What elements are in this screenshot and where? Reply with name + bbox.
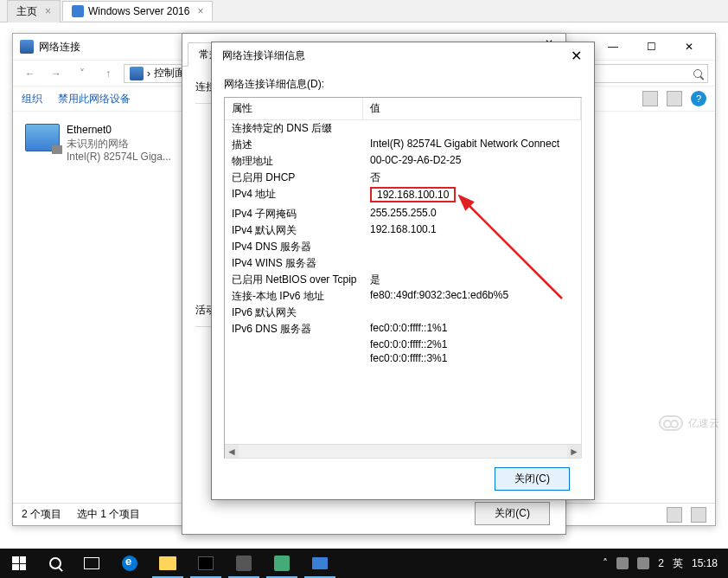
value-cell: 00-0C-29-A6-D2-25 [370, 154, 461, 166]
close-icon[interactable]: × [197, 5, 203, 17]
clock[interactable]: 15:18 [692, 557, 718, 569]
table-row[interactable]: IPv4 WINS 服务器 [225, 255, 581, 272]
details-list[interactable]: 属性 值 连接特定的 DNS 后缀描述Intel(R) 82574L Gigab… [224, 97, 582, 459]
tray-chevron-icon[interactable]: ˄ [603, 557, 608, 569]
nav-forward[interactable]: → [46, 63, 67, 84]
search-icon [49, 557, 61, 569]
value-cell: fe80::49df:9032:3ec1:ed6b%5 [370, 289, 508, 301]
help-icon[interactable]: ? [691, 91, 706, 106]
view-options-icon[interactable] [642, 91, 658, 106]
table-row[interactable]: IPv4 DNS 服务器 [225, 239, 581, 255]
task-view-button[interactable] [73, 549, 111, 578]
property-cell: IPv4 默认网关 [225, 223, 363, 238]
system-tray: ˄ 2 英 15:18 [603, 556, 728, 571]
disable-device-button[interactable]: 禁用此网络设备 [58, 92, 131, 106]
windows-icon [72, 5, 84, 17]
property-cell: 物理地址 [225, 154, 363, 169]
ime-indicator[interactable]: 2 [658, 557, 664, 569]
table-row[interactable]: IPv6 默认网关 [225, 305, 581, 321]
table-row[interactable]: 已启用 DHCP否 [225, 170, 581, 186]
app-tabs: 主页 × Windows Server 2016 × [0, 0, 728, 22]
scroll-right-icon[interactable]: ► [567, 445, 581, 459]
nav-back[interactable]: ← [20, 63, 41, 84]
status-selected: 选中 1 个项目 [77, 507, 140, 522]
value-cell: 否 [370, 171, 380, 183]
icons-view-icon[interactable] [691, 507, 706, 523]
table-row[interactable]: IPv4 地址192.168.100.10 [225, 186, 581, 206]
dialog-title: 网络连接详细信息 [222, 48, 305, 63]
value-cell: 255.255.255.0 [370, 207, 437, 219]
scroll-left-icon[interactable]: ◄ [225, 445, 239, 459]
watermark-text: 亿速云 [688, 416, 719, 431]
table-row[interactable]: 已启用 NetBIOS over Tcpip是 [225, 272, 581, 288]
value-cell: Intel(R) 82574L Gigabit Network Connect [370, 138, 559, 150]
table-row[interactable]: 物理地址00-0C-29-A6-D2-25 [225, 153, 581, 170]
taskbar-network[interactable] [301, 549, 339, 578]
property-cell: 连接-本地 IPv6 地址 [225, 289, 363, 304]
property-cell: 连接特定的 DNS 后缀 [225, 121, 363, 136]
table-row[interactable]: 描述Intel(R) 82574L Gigabit Network Connec… [225, 137, 581, 153]
preview-pane-icon[interactable] [667, 91, 682, 106]
nav-history[interactable]: ˅ [72, 63, 93, 84]
ime-language[interactable]: 英 [673, 556, 683, 571]
network-icon [20, 40, 34, 54]
network-tray-icon[interactable] [637, 557, 649, 569]
value-cell: 192.168.100.10 [370, 187, 456, 202]
close-button[interactable]: 关闭(C) [495, 467, 570, 491]
taskbar-server-manager[interactable] [225, 549, 263, 578]
property-cell: 已启用 DHCP [225, 170, 363, 185]
app-icon [274, 556, 290, 571]
watermark-icon [659, 415, 683, 431]
taskbar-explorer[interactable] [149, 549, 187, 578]
maximize-button[interactable]: ☐ [632, 35, 670, 59]
close-icon[interactable]: × [45, 5, 51, 17]
adapter-icon [25, 124, 60, 151]
organize-button[interactable]: 组织 [22, 92, 42, 106]
table-row[interactable]: IPv4 子网掩码255.255.255.0 [225, 206, 581, 222]
network-details-dialog: 网络连接详细信息 ✕ 网络连接详细信息(D): 属性 值 连接特定的 DNS 后… [211, 42, 595, 500]
start-button[interactable] [0, 549, 38, 578]
value-cell: 是 [370, 273, 380, 286]
tab-windows-server[interactable]: Windows Server 2016 × [62, 1, 213, 21]
dialog-titlebar: 网络连接详细信息 ✕ [212, 42, 594, 68]
search-icon [693, 69, 702, 78]
details-view-icon[interactable] [667, 507, 682, 523]
adapter-name: Ethernet0 [67, 124, 171, 138]
taskbar-edge[interactable] [111, 549, 149, 578]
close-button[interactable]: 关闭(C) [475, 502, 550, 525]
property-cell: 已启用 NetBIOS over Tcpip [225, 273, 363, 287]
network-icon [312, 557, 328, 569]
column-header-property[interactable]: 属性 [225, 98, 363, 119]
tray-icon[interactable] [616, 557, 629, 569]
close-button[interactable]: ✕ [670, 35, 708, 59]
taskbar-app[interactable] [263, 549, 301, 578]
table-row[interactable]: IPv4 默认网关192.168.100.1 [225, 222, 581, 239]
property-cell: IPv6 DNS 服务器 [225, 322, 363, 337]
watermark: 亿速云 [659, 415, 719, 431]
column-header-value[interactable]: 值 [363, 98, 581, 119]
value-cell: 192.168.100.1 [370, 223, 437, 235]
taskbar: ˄ 2 英 15:18 [0, 549, 728, 578]
table-row[interactable]: 连接-本地 IPv6 地址fe80::49df:9032:3ec1:ed6b%5 [225, 288, 581, 305]
value-cell: fec0:0:0:ffff::3%1 [370, 352, 447, 364]
adapter-ethernet0[interactable]: Ethernet0 未识别的网络 Intel(R) 82574L Giga... [20, 119, 193, 170]
property-cell: IPv4 WINS 服务器 [225, 256, 363, 271]
search-button[interactable] [38, 549, 73, 578]
minimize-button[interactable]: — [594, 35, 632, 59]
property-cell [225, 352, 363, 364]
cmd-icon [198, 556, 214, 570]
status-item-count: 2 个项目 [22, 507, 61, 522]
table-row[interactable]: fec0:0:0:ffff::2%1 [225, 337, 581, 351]
network-icon [130, 67, 144, 80]
property-cell [225, 338, 363, 350]
close-button[interactable]: ✕ [564, 46, 589, 66]
tab-home[interactable]: 主页 × [7, 0, 61, 22]
nav-up[interactable]: ↑ [98, 63, 118, 84]
value-cell: fec0:0:0:ffff::1%1 [370, 322, 447, 334]
horizontal-scrollbar[interactable]: ◄ ► [225, 444, 581, 458]
table-row[interactable]: 连接特定的 DNS 后缀 [225, 120, 581, 137]
table-row[interactable]: IPv6 DNS 服务器fec0:0:0:ffff::1%1 [225, 321, 581, 337]
table-row[interactable]: fec0:0:0:ffff::3%1 [225, 351, 581, 365]
folder-icon [159, 556, 176, 570]
taskbar-cmd[interactable] [187, 549, 225, 578]
